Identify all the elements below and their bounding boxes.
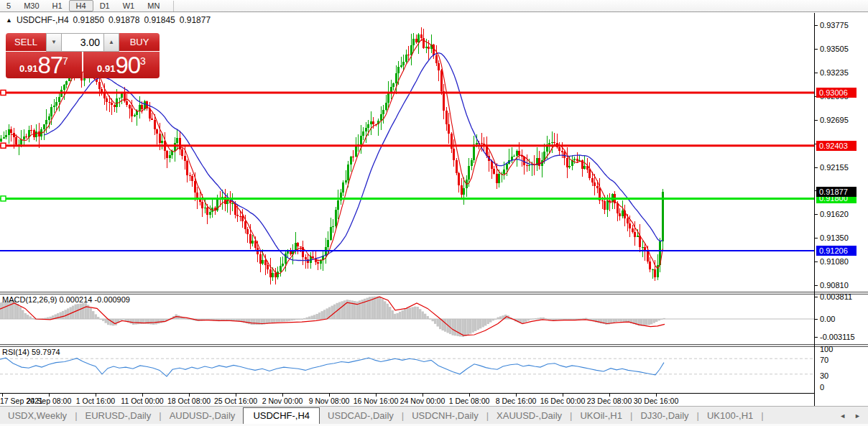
- sell-button[interactable]: SELL: [6, 33, 46, 52]
- time-tick-label: 9 Nov 08:00: [309, 397, 350, 405]
- macd-label: MACD(12,26,9) 0.000214 -0.000909: [2, 295, 130, 304]
- panel-splitter[interactable]: [0, 344, 868, 347]
- sell-price-display[interactable]: 0.91877: [6, 52, 82, 78]
- time-tick-label: 1 Oct 16:00: [76, 397, 115, 405]
- volume-input[interactable]: 3.00: [62, 33, 103, 52]
- timeframe-button-5[interactable]: 5: [0, 1, 17, 11]
- macd-tick-mark: [815, 297, 818, 297]
- time-tick-label: 16 Dec 00:00: [540, 397, 585, 405]
- price-tick-mark: [815, 261, 818, 262]
- toolbar-separator: [173, 1, 174, 11]
- buy-price-display[interactable]: 0.91903: [83, 52, 160, 78]
- chart-tabbar: USDX,Weekly|EURUSD-,Daily|AUDUSD-,DailyU…: [0, 406, 868, 424]
- chart-tab-usdchf[interactable]: USDCHF-,H4: [243, 407, 320, 425]
- price-tick-label: 0.91080: [820, 257, 849, 266]
- price-tick-mark: [815, 73, 818, 73]
- macd-panel[interactable]: MACD(12,26,9) 0.000214 -0.000909: [0, 295, 814, 344]
- buy-button[interactable]: BUY: [119, 33, 160, 52]
- tab-scroll-controls: ◄►: [839, 412, 868, 424]
- current-price-label: 0.91877: [816, 187, 857, 197]
- chart-tab-usdcnh[interactable]: USDCNH-,Daily: [404, 408, 486, 424]
- time-tick-label: 2 Nov 00:00: [262, 397, 303, 405]
- price-tick-mark: [815, 214, 818, 215]
- timeframe-button-w1[interactable]: W1: [116, 1, 142, 11]
- tab-scroll-right-icon[interactable]: ►: [854, 412, 861, 420]
- chart-tab-usdx[interactable]: USDX,Weekly: [0, 408, 75, 424]
- chart-header: ▲ USDCHF-,H4 0.91850 0.91878 0.91845 0.9…: [6, 15, 211, 25]
- level-price-label: 0.92403: [816, 141, 857, 151]
- sell-price-sup: 7: [63, 55, 68, 67]
- timeframe-button-h1[interactable]: H1: [46, 1, 69, 11]
- price-tick-mark: [815, 25, 818, 26]
- price-tick-mark: [815, 49, 818, 50]
- macd-tick-mark: [815, 337, 818, 338]
- time-tick-label: 25 Oct 16:00: [214, 397, 257, 405]
- collapse-panel-icon[interactable]: ▲: [6, 17, 12, 24]
- price-tick-label: 0.90810: [820, 281, 849, 290]
- level-price-label: 0.91206: [816, 246, 857, 256]
- rsi-plot: [0, 347, 814, 393]
- timeframe-button-h4[interactable]: H4: [69, 0, 93, 11]
- chart-window: ▲ USDCHF-,H4 0.91850 0.91878 0.91845 0.9…: [0, 13, 868, 406]
- price-tick-label: 0.93235: [820, 68, 849, 77]
- chart-symbol-label: USDCHF-,H4: [17, 15, 69, 25]
- rsi-label: RSI(14) 59.7974: [2, 348, 60, 356]
- macd-tick-mark: [815, 319, 818, 320]
- time-tick-label: 30 Dec 16:00: [634, 397, 678, 405]
- panel-splitter[interactable]: [0, 292, 868, 295]
- time-tick-label: 24 Nov 00:00: [400, 397, 445, 405]
- price-tick-mark: [815, 120, 818, 121]
- tab-scroll-left-icon[interactable]: ◄: [839, 412, 846, 420]
- price-tick-label: 0.91350: [820, 233, 849, 242]
- chart-tab-ukoil[interactable]: UKOil-,H1: [572, 408, 630, 424]
- buy-price-big: 90: [115, 52, 140, 79]
- rsi-axis-label: 70: [820, 356, 828, 364]
- chart-tab-eurusd[interactable]: EURUSD-,Daily: [78, 408, 160, 424]
- chart-tab-uk100[interactable]: UK100-,H1: [699, 408, 761, 424]
- price-tick-mark: [815, 285, 818, 286]
- sell-price-prefix: 0.91: [19, 63, 37, 74]
- tab-separator: |: [761, 410, 763, 424]
- time-tick-label: 11 Oct 00:00: [121, 397, 163, 405]
- rsi-axis-label: 0: [820, 383, 824, 392]
- main-chart-panel[interactable]: ▲ USDCHF-,H4 0.91850 0.91878 0.91845 0.9…: [0, 13, 814, 292]
- level-price-label: 0.93006: [816, 88, 857, 98]
- macd-axis-label: 0.003811: [820, 292, 852, 301]
- buy-price-prefix: 0.91: [97, 63, 115, 74]
- chart-tab-usdcad[interactable]: USDCAD-,Daily: [320, 408, 402, 424]
- price-tick-label: 0.91620: [820, 210, 849, 218]
- time-tick-label: 18 Oct 08:00: [167, 397, 211, 405]
- ohlc-close: 0.91877: [180, 15, 211, 25]
- ohlc-low: 0.91845: [144, 15, 175, 25]
- time-tick-label: 8 Dec 16:00: [496, 397, 537, 405]
- price-tick-mark: [815, 238, 818, 239]
- time-axis[interactable]: 17 Sep 202124 Sep 08:001 Oct 16:0011 Oct…: [0, 393, 814, 406]
- price-tick-label: 0.93775: [820, 21, 849, 29]
- time-tick-label: 1 Dec 08:00: [449, 397, 490, 405]
- chart-tab-audusd[interactable]: AUDUSD-,Daily: [162, 408, 244, 424]
- price-axis[interactable]: 0.937750.935050.932350.929650.926950.924…: [815, 13, 868, 406]
- time-tick-label: 24 Sep 08:00: [27, 397, 71, 405]
- macd-axis-label: 0.00: [820, 315, 835, 323]
- rsi-axis-label: 30: [820, 371, 828, 380]
- buy-price-sup: 3: [140, 55, 146, 67]
- timeframe-toolbar: 5M30H1H4D1W1MN: [0, 0, 868, 12]
- volume-increase-button[interactable]: ▲: [103, 33, 119, 52]
- chart-tab-dj30[interactable]: DJ30-,Daily: [632, 408, 696, 424]
- price-tick-label: 0.92695: [820, 116, 849, 124]
- timeframe-button-mn[interactable]: MN: [141, 1, 166, 11]
- volume-decrease-button[interactable]: ▼: [46, 33, 62, 52]
- chart-tab-xauusd[interactable]: XAUUSD-,Daily: [489, 408, 570, 424]
- price-tick-mark: [815, 167, 818, 168]
- timeframe-button-m30[interactable]: M30: [17, 1, 45, 11]
- ohlc-high: 0.91878: [108, 15, 139, 25]
- time-tick-label: 16 Nov 16:00: [354, 397, 398, 405]
- price-tick-label: 0.93505: [820, 45, 849, 53]
- sell-price-big: 87: [37, 52, 63, 79]
- price-tick-label: 0.92155: [820, 163, 849, 172]
- rsi-panel[interactable]: RSI(14) 59.7974: [0, 347, 814, 393]
- timeframe-button-d1[interactable]: D1: [93, 1, 116, 11]
- one-click-trade-panel: SELL ▼ 3.00 ▲ BUY 0.91877 0.91903: [6, 33, 160, 78]
- ohlc-open: 0.91850: [73, 15, 104, 25]
- macd-axis-label: -0.003115: [820, 333, 855, 341]
